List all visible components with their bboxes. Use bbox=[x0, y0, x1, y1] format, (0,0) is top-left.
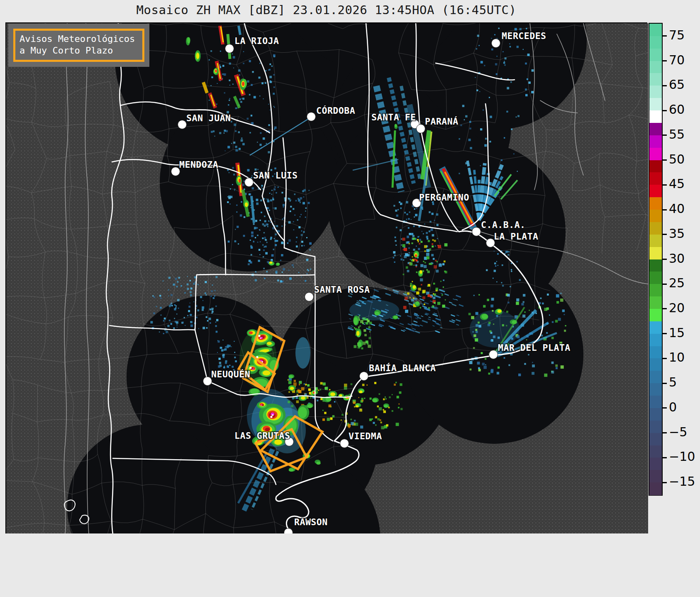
city-label: SAN LUIS bbox=[253, 170, 298, 181]
colorbar-segment bbox=[649, 470, 662, 482]
colorbar-tick bbox=[662, 358, 667, 359]
colorbar-tick bbox=[662, 308, 667, 309]
colorbar-tick-label: 75 bbox=[669, 28, 685, 42]
colorbar-segment bbox=[649, 49, 662, 61]
colorbar-tick bbox=[662, 35, 667, 37]
colorbar-segment bbox=[649, 433, 662, 445]
radar-map: LA RIOJAMERCEDESSAN JUANCÓRDOBASANTA FEP… bbox=[6, 23, 648, 534]
colorbar-tick bbox=[662, 234, 667, 235]
city-label: MAR DEL PLATA bbox=[498, 343, 571, 353]
colorbar-tick bbox=[662, 60, 667, 61]
city-label: MERCEDES bbox=[502, 31, 546, 41]
city-label: VIEDMA bbox=[349, 431, 382, 441]
colorbar-segment bbox=[649, 482, 662, 495]
city-label: CÓRDOBA bbox=[316, 105, 355, 116]
colorbar-tick-label: −10 bbox=[669, 449, 695, 464]
colorbar-segment bbox=[649, 445, 662, 458]
footer: Servicio Meteorológico Nacional Argentin… bbox=[0, 533, 700, 597]
city-marker bbox=[489, 350, 498, 359]
colorbar-tick-label: 5 bbox=[669, 375, 677, 389]
city-marker bbox=[492, 39, 500, 48]
city-label: BAHÍA BLANCA bbox=[369, 363, 436, 373]
city-marker bbox=[171, 167, 180, 176]
city-label: C.A.B.A. bbox=[481, 220, 526, 230]
city-label: LA RIOJA bbox=[234, 36, 279, 46]
colorbar-tick bbox=[662, 184, 667, 186]
colorbar-segment bbox=[649, 222, 662, 235]
warning-legend-border: Avisos Meteorológicos a Muy Corto Plazo bbox=[13, 29, 144, 62]
colorbar-segment bbox=[649, 86, 662, 98]
city-marker bbox=[305, 293, 314, 301]
city-label: PERGAMINO bbox=[419, 192, 469, 203]
city-label: SANTA FE bbox=[371, 112, 416, 122]
radar-map-frame: LA RIOJAMERCEDESSAN JUANCÓRDOBASANTA FEP… bbox=[5, 22, 647, 533]
colorbar-segment bbox=[649, 272, 662, 284]
colorbar-tick-label: 10 bbox=[669, 350, 685, 365]
city-marker bbox=[360, 372, 368, 381]
colorbar-segment bbox=[649, 135, 662, 148]
colorbar-segment bbox=[649, 98, 662, 110]
colorbar-tick bbox=[662, 333, 667, 334]
colorbar-segment bbox=[649, 284, 662, 296]
colorbar-tick-label: 35 bbox=[669, 226, 685, 241]
colorbar-segment bbox=[649, 197, 662, 210]
colorbar-segment bbox=[649, 185, 662, 197]
colorbar-tick-label: 60 bbox=[669, 102, 685, 117]
colorbar-segment bbox=[649, 148, 662, 160]
colorbar-segment bbox=[649, 458, 662, 470]
colorbar-segment bbox=[649, 346, 662, 359]
colorbar-tick-label: 15 bbox=[669, 325, 685, 340]
colorbar-tick bbox=[662, 110, 667, 111]
colorbar-segment bbox=[649, 24, 662, 36]
warning-legend-box: Avisos Meteorológicos a Muy Corto Plazo bbox=[8, 24, 149, 67]
city-marker bbox=[340, 439, 349, 448]
colorbar-segment bbox=[649, 123, 662, 135]
colorbar-tick bbox=[662, 457, 667, 458]
colorbar-segment bbox=[649, 383, 662, 396]
colorbar-tick-label: 50 bbox=[669, 152, 685, 166]
colorbar-tick-label: 65 bbox=[669, 77, 685, 92]
colorbar-tick bbox=[662, 85, 667, 86]
colorbar-segment bbox=[649, 334, 662, 346]
warning-legend-line2: a Muy Corto Plazo bbox=[20, 45, 138, 56]
colorbar-tick-label: 20 bbox=[669, 301, 685, 315]
colorbar-tick-label: 70 bbox=[669, 53, 685, 67]
city-label: LAS GRUTAS bbox=[234, 431, 290, 441]
colorbar-segment bbox=[649, 371, 662, 383]
colorbar-tick-label: 30 bbox=[669, 251, 685, 266]
colorbar-segment bbox=[649, 296, 662, 309]
city-marker bbox=[307, 113, 316, 121]
colorbar-tick-label: 0 bbox=[669, 400, 677, 414]
colorbar-tick bbox=[662, 482, 667, 483]
city-label: LA PLATA bbox=[494, 231, 539, 242]
colorbar-segment bbox=[649, 172, 662, 185]
colorbar bbox=[649, 23, 663, 496]
colorbar-segment bbox=[649, 358, 662, 371]
colorbar-segment bbox=[649, 309, 662, 321]
colorbar-segment bbox=[649, 110, 662, 123]
city-label: SANTA ROSA bbox=[314, 284, 370, 295]
city-label: PARANÁ bbox=[425, 116, 459, 127]
colorbar-tick-label: −5 bbox=[669, 425, 687, 439]
colorbar-tick bbox=[662, 259, 667, 260]
colorbar-segment bbox=[649, 247, 662, 259]
city-marker bbox=[472, 228, 481, 236]
city-marker bbox=[245, 178, 254, 187]
colorbar-segment bbox=[649, 61, 662, 73]
colorbar-tick bbox=[662, 159, 667, 161]
city-marker bbox=[178, 120, 187, 129]
colorbar-segment bbox=[649, 408, 662, 421]
colorbar-tick-label: −15 bbox=[669, 474, 695, 489]
colorbar-tick bbox=[662, 209, 667, 210]
colorbar-tick-label: 40 bbox=[669, 201, 685, 216]
city-marker bbox=[417, 125, 425, 133]
city-label: NEUQUÉN bbox=[211, 369, 250, 379]
city-label: MENDOZA bbox=[179, 159, 218, 170]
colorbar-tick bbox=[662, 407, 667, 409]
colorbar-tick bbox=[662, 284, 667, 285]
colorbar-tick bbox=[662, 383, 667, 384]
colorbar-segment bbox=[649, 396, 662, 408]
colorbar-segment bbox=[649, 259, 662, 272]
colorbar-segment bbox=[649, 210, 662, 222]
colorbar-segment bbox=[649, 36, 662, 49]
